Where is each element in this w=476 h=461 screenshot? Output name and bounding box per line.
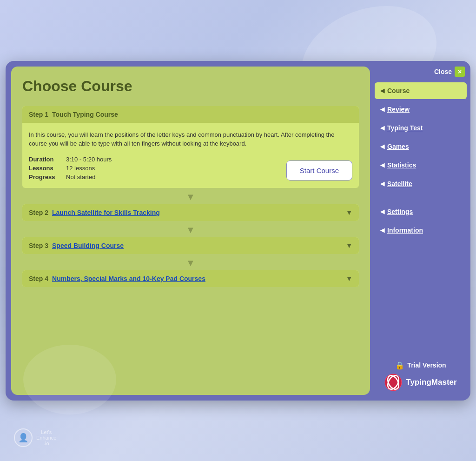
lock-icon: 🔒 — [395, 361, 404, 370]
close-label: Close — [434, 68, 452, 75]
step-1-header[interactable]: Step 1 Touch Typing Course — [22, 106, 359, 123]
step-connector-3 — [22, 258, 359, 268]
step-4-header[interactable]: Step 4 Numbers, Special Marks and 10-Key… — [22, 270, 359, 287]
sidebar-item-satellite[interactable]: ◀ Satellite — [375, 175, 467, 192]
sidebar-item-review[interactable]: ◀ Review — [375, 101, 467, 118]
lessons-label: Lessons — [29, 165, 66, 172]
step-1-box: Step 1 Touch Typing Course In this cours… — [22, 106, 359, 188]
step-4-dropdown-icon: ▼ — [346, 275, 352, 282]
sidebar-item-statistics[interactable]: ◀ Statistics — [375, 157, 467, 174]
sidebar-label-statistics: Statistics — [387, 161, 416, 169]
step-3-title[interactable]: Speed Building Course — [52, 242, 124, 249]
duration-label: Duration — [29, 156, 66, 163]
satellite-arrow-icon: ◀ — [380, 180, 384, 187]
statistics-arrow-icon: ◀ — [380, 162, 384, 168]
progress-value: Not started — [66, 174, 96, 180]
brand-row: TypingMaster — [384, 374, 456, 391]
content-panel: Choose Course Step 1 Touch Typing Course… — [11, 67, 370, 395]
sidebar-label-information: Information — [387, 227, 423, 234]
sidebar-label-review: Review — [387, 106, 410, 113]
trial-row: 🔒 Trial Version — [395, 361, 446, 370]
sidebar-label-satellite: Satellite — [387, 180, 412, 187]
lessons-value: 12 lessons — [66, 165, 95, 172]
information-arrow-icon: ◀ — [380, 227, 384, 234]
step-3-box: Step 3 Speed Building Course ▼ — [22, 237, 359, 254]
start-course-button[interactable]: Start Course — [286, 160, 352, 180]
sidebar-label-settings: Settings — [387, 208, 413, 215]
sidebar: Close × ◀ Course ◀ Review ◀ Typing Test … — [373, 61, 470, 401]
step-3-dropdown-icon: ▼ — [346, 242, 352, 249]
step-1-title: Touch Typing Course — [52, 111, 118, 118]
games-arrow-icon: ◀ — [380, 143, 384, 150]
step-connector-2 — [22, 225, 359, 235]
sidebar-item-information[interactable]: ◀ Information — [375, 222, 467, 239]
sidebar-label-typing-test: Typing Test — [387, 124, 423, 132]
step-1-description: In this course, you will learn the posit… — [29, 130, 352, 148]
step-2-box: Step 2 Launch Satellite for Skills Track… — [22, 204, 359, 221]
brand-label: TypingMaster — [406, 378, 456, 387]
close-bar: Close × — [375, 67, 467, 80]
sidebar-label-games: Games — [387, 143, 409, 150]
step-3-number: Step 3 — [29, 242, 48, 249]
watermark-text: Let'sEnhance.io — [36, 429, 56, 446]
step-4-title[interactable]: Numbers, Special Marks and 10-Key Pad Co… — [52, 275, 205, 282]
trial-label: Trial Version — [407, 361, 446, 369]
step-connector-1 — [22, 192, 359, 202]
review-arrow-icon: ◀ — [380, 106, 384, 113]
sidebar-label-course: Course — [387, 87, 410, 94]
step-2-dropdown-icon: ▼ — [346, 209, 352, 216]
course-arrow-icon: ◀ — [380, 87, 384, 94]
progress-label: Progress — [29, 174, 66, 180]
step-2-number: Step 2 — [29, 209, 48, 216]
sidebar-item-typing-test[interactable]: ◀ Typing Test — [375, 120, 467, 136]
step-1-body: In this course, you will learn the posit… — [22, 123, 359, 188]
step-2-header[interactable]: Step 2 Launch Satellite for Skills Track… — [22, 204, 359, 221]
watermark-icon: 👤 — [14, 428, 33, 447]
step-4-box: Step 4 Numbers, Special Marks and 10-Key… — [22, 270, 359, 287]
typing-test-arrow-icon: ◀ — [380, 125, 384, 131]
settings-arrow-icon: ◀ — [380, 208, 384, 215]
step-4-number: Step 4 — [29, 275, 48, 282]
sidebar-item-games[interactable]: ◀ Games — [375, 138, 467, 155]
main-window: Choose Course Step 1 Touch Typing Course… — [6, 61, 470, 401]
page-title: Choose Course — [22, 78, 359, 95]
sidebar-item-course[interactable]: ◀ Course — [375, 82, 467, 99]
watermark: 👤 Let'sEnhance.io — [14, 428, 56, 447]
step-1-meta: Duration 3:10 - 5:20 hours Lessons 12 le… — [29, 156, 112, 180]
sidebar-item-settings[interactable]: ◀ Settings — [375, 203, 467, 220]
step-3-header[interactable]: Step 3 Speed Building Course ▼ — [22, 237, 359, 254]
typingmaster-logo — [384, 374, 402, 391]
duration-value: 3:10 - 5:20 hours — [66, 156, 112, 163]
step-2-title[interactable]: Launch Satellite for Skills Tracking — [52, 209, 160, 216]
close-button[interactable]: × — [455, 67, 465, 77]
trial-section: 🔒 Trial Version TypingMaster — [375, 357, 467, 395]
step-1-number: Step 1 — [29, 111, 48, 118]
